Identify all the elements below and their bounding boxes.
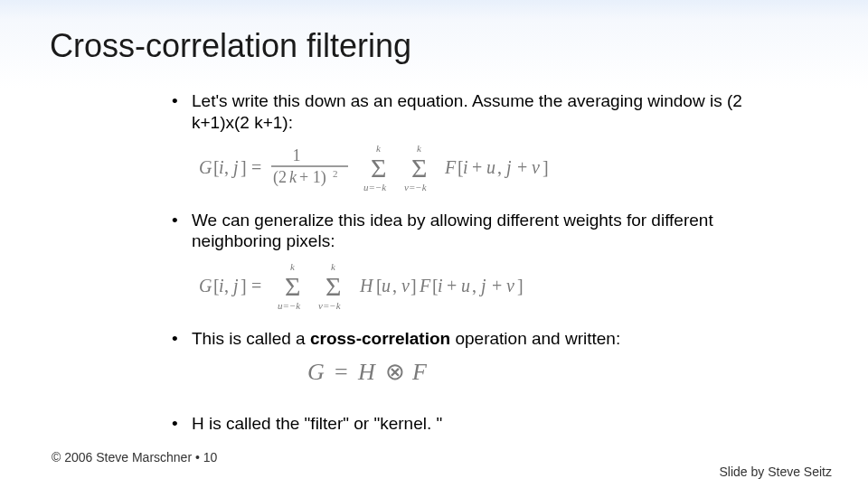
svg-text:,: , [392, 276, 397, 296]
svg-text:u: u [461, 276, 470, 296]
bullet-2: • We can generalize this idea by allowin… [172, 210, 787, 253]
slide-body: • Let's write this down as an equation. … [172, 90, 787, 440]
svg-text:,: , [224, 157, 229, 177]
bullet-marker: • [172, 90, 192, 134]
svg-text:u: u [486, 157, 495, 177]
svg-text:k: k [289, 168, 297, 186]
svg-text:v: v [532, 157, 540, 177]
svg-text:v: v [506, 276, 514, 296]
svg-text:,: , [224, 276, 229, 296]
slide: Cross-correlation filtering • Let's writ… [0, 0, 868, 488]
svg-text:F: F [411, 359, 428, 385]
svg-text:⊗: ⊗ [385, 359, 405, 385]
svg-text:v: v [401, 276, 410, 296]
slide-title: Cross-correlation filtering [50, 27, 411, 65]
svg-text:F: F [444, 157, 457, 177]
svg-text:]: ] [241, 157, 247, 177]
svg-text:+ 1): + 1) [299, 168, 326, 187]
bullet-text: We can generalize this idea by allowing … [192, 210, 787, 253]
text-fragment: operation and written: [450, 329, 620, 348]
svg-text:i: i [219, 157, 224, 177]
bullet-text: Let's write this down as an equation. As… [192, 90, 787, 134]
svg-text:G: G [199, 157, 212, 177]
bullet-marker: • [172, 210, 192, 253]
svg-text:G: G [199, 276, 212, 296]
svg-text:,: , [472, 276, 476, 296]
svg-text:F: F [419, 276, 431, 296]
text-fragment: This is called a [192, 329, 310, 348]
svg-text:,: , [497, 157, 502, 177]
svg-text:j: j [504, 157, 512, 178]
formula-1: G [ i , j ] = 1 (2 k + 1) 2 Σ u=−k k Σ [199, 141, 787, 193]
svg-text:+: + [492, 276, 502, 296]
svg-text:]: ] [410, 276, 417, 296]
svg-text:G: G [307, 359, 325, 385]
svg-text:i: i [219, 276, 224, 296]
svg-text:+: + [447, 276, 457, 296]
bullet-3: • This is called a cross-correlation ope… [172, 328, 787, 350]
formula-2: G [ i , j ] = Σ u=−k k Σ v=−k k H [ u , [199, 259, 787, 312]
svg-text:Σ: Σ [411, 153, 427, 183]
svg-text:j: j [478, 276, 486, 296]
svg-text:+: + [472, 157, 482, 177]
svg-text:=: = [335, 359, 348, 385]
bullet-marker: • [172, 413, 192, 435]
svg-text:u: u [382, 276, 391, 296]
svg-text:=: = [251, 276, 261, 296]
svg-text:i: i [438, 276, 443, 296]
bullet-text: This is called a cross-correlation opera… [192, 328, 787, 350]
svg-text:]: ] [542, 157, 549, 177]
svg-text:j: j [231, 157, 239, 178]
svg-text:]: ] [517, 276, 524, 296]
svg-text:u=−k: u=−k [278, 300, 301, 311]
svg-text:i: i [463, 157, 468, 177]
svg-text:2: 2 [333, 168, 338, 179]
svg-text:H: H [357, 359, 376, 385]
svg-text:v=−k: v=−k [404, 182, 428, 192]
bullet-1: • Let's write this down as an equation. … [172, 90, 787, 134]
svg-text:=: = [251, 157, 261, 177]
bullet-text: H is called the "filter" or "kernel. " [192, 413, 787, 435]
svg-text:Σ: Σ [326, 271, 341, 301]
svg-text:Σ: Σ [285, 271, 300, 301]
svg-text:j: j [231, 276, 239, 296]
formula-3: G = H ⊗ F [307, 357, 787, 388]
svg-text:]: ] [241, 276, 247, 296]
bullet-4: • H is called the "filter" or "kernel. " [172, 413, 787, 435]
svg-text:v=−k: v=−k [318, 300, 342, 311]
footer-copyright: © 2006 Steve Marschner • 10 [52, 450, 217, 465]
bullet-marker: • [172, 328, 192, 350]
footer-credit: Slide by Steve Seitz [719, 465, 832, 479]
svg-text:1: 1 [293, 146, 301, 164]
svg-text:+: + [517, 157, 527, 177]
svg-text:u=−k: u=−k [363, 182, 387, 192]
svg-text:H: H [359, 276, 374, 296]
svg-text:(2: (2 [273, 168, 287, 187]
text-bold: cross-correlation [310, 329, 450, 348]
svg-text:Σ: Σ [371, 153, 386, 183]
